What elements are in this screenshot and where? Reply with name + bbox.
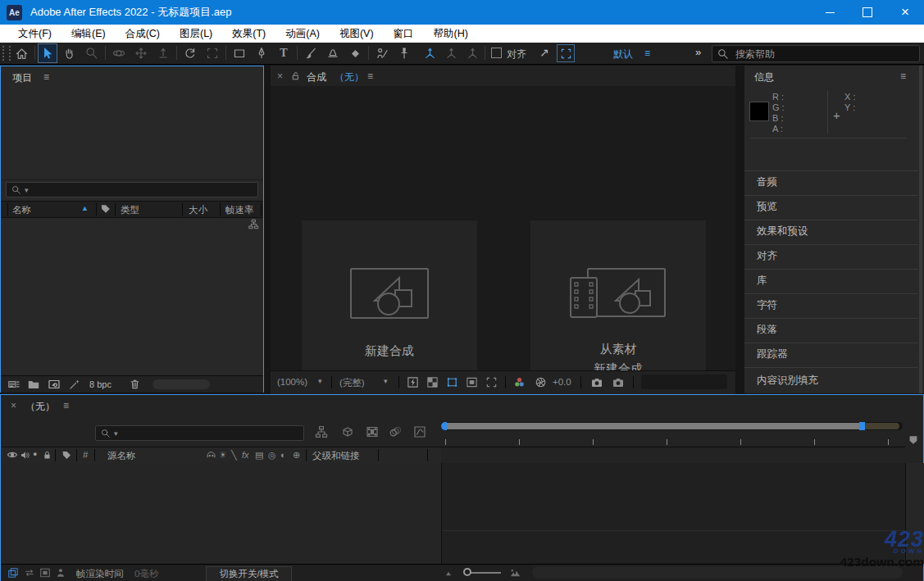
pen-tool[interactable] bbox=[252, 43, 271, 63]
project-item-list[interactable] bbox=[1, 217, 263, 375]
panel-resize-pill[interactable] bbox=[152, 379, 210, 389]
time-ruler[interactable] bbox=[441, 433, 905, 447]
label-tag-icon[interactable] bbox=[61, 450, 72, 461]
layer-number-column[interactable]: # bbox=[83, 450, 88, 460]
hand-tool[interactable] bbox=[60, 43, 80, 63]
comp-tab-value[interactable]: （无） bbox=[335, 70, 364, 84]
zoom-out-mountain-icon[interactable] bbox=[444, 569, 453, 579]
tab-project[interactable]: 项目 bbox=[12, 71, 32, 85]
solo-icon[interactable]: ● bbox=[33, 450, 37, 458]
help-search-input[interactable] bbox=[734, 48, 901, 61]
frame-blending-icon[interactable] bbox=[366, 425, 379, 438]
orbit-camera-tool[interactable] bbox=[109, 43, 129, 63]
menu-item-file[interactable]: 文件(F) bbox=[8, 25, 61, 43]
dolly-camera-tool[interactable] bbox=[153, 43, 173, 63]
type-tool[interactable]: T bbox=[274, 43, 294, 63]
menu-item-window[interactable]: 窗口 bbox=[384, 25, 424, 43]
workspace-label[interactable]: 默认 bbox=[613, 48, 633, 61]
show-snapshot-icon[interactable] bbox=[612, 376, 625, 389]
comp-marker-bin-icon[interactable] bbox=[908, 434, 919, 446]
graph-editor-icon[interactable] bbox=[413, 425, 426, 438]
trash-icon[interactable] bbox=[129, 378, 141, 390]
timeline-search-box[interactable]: ▾ bbox=[95, 425, 304, 441]
effects-wand-icon[interactable] bbox=[68, 378, 81, 391]
minimize-button[interactable] bbox=[811, 0, 849, 25]
world-axis-mode-button[interactable] bbox=[441, 43, 461, 63]
share-person-icon[interactable] bbox=[55, 567, 66, 579]
brush-tool[interactable] bbox=[301, 43, 321, 63]
video-eye-icon[interactable] bbox=[7, 449, 18, 461]
close-button[interactable]: × bbox=[886, 0, 924, 25]
timeline-horizontal-scrollbar[interactable] bbox=[532, 566, 903, 579]
rotation-tool[interactable] bbox=[180, 43, 200, 63]
home-button[interactable] bbox=[11, 43, 31, 63]
capture-region-button[interactable] bbox=[557, 44, 575, 62]
column-type[interactable]: 类型 bbox=[121, 204, 139, 216]
side-panel-paragraph[interactable]: 段落 bbox=[744, 318, 918, 340]
snapshot-camera-icon[interactable] bbox=[590, 376, 603, 389]
menu-item-view[interactable]: 视图(V) bbox=[330, 25, 384, 43]
comp-panel-menu-icon[interactable]: ≡ bbox=[367, 70, 373, 82]
zoom-level-dropdown[interactable]: (100%) bbox=[277, 377, 307, 387]
search-dropdown-icon[interactable]: ▾ bbox=[114, 429, 118, 438]
roto-brush-tool[interactable] bbox=[372, 43, 392, 63]
parent-link-column[interactable]: 父级和链接 bbox=[312, 450, 360, 462]
channel-color-icon[interactable] bbox=[513, 376, 526, 388]
view-axis-mode-button[interactable] bbox=[462, 43, 482, 63]
eraser-tool[interactable] bbox=[345, 43, 365, 63]
timeline-panel-menu-icon[interactable]: ≡ bbox=[63, 400, 69, 411]
workspace-overflow-icon[interactable]: » bbox=[695, 46, 701, 58]
clone-stamp-tool[interactable] bbox=[323, 43, 343, 63]
expand-in-out-icon[interactable] bbox=[39, 567, 51, 579]
exposure-value[interactable]: +0.0 bbox=[553, 377, 571, 387]
project-search-box[interactable]: ▾ bbox=[6, 182, 258, 197]
search-dropdown-icon[interactable]: ▾ bbox=[25, 186, 29, 194]
menu-item-animation[interactable]: 动画(A) bbox=[275, 25, 330, 43]
grid-guides-icon[interactable] bbox=[485, 376, 498, 388]
adjustment-layer-icon[interactable]: ◐ bbox=[280, 450, 286, 460]
timeline-tab[interactable]: （无） bbox=[25, 400, 55, 414]
timeline-zoom-slider-knob[interactable] bbox=[463, 568, 471, 576]
maximize-button[interactable] bbox=[849, 0, 886, 25]
project-panel-menu-icon[interactable]: ≡ bbox=[43, 71, 49, 83]
panel-grip[interactable] bbox=[2, 46, 11, 61]
zoom-tool[interactable] bbox=[82, 43, 102, 63]
camera-tool[interactable] bbox=[203, 43, 222, 63]
menu-item-layer[interactable]: 图层(L) bbox=[170, 25, 222, 43]
new-composition-icon[interactable] bbox=[48, 378, 61, 391]
side-panel-preview[interactable]: 预览 bbox=[744, 195, 918, 217]
transparency-grid-icon[interactable] bbox=[426, 376, 439, 388]
side-panel-audio[interactable]: 音频 bbox=[744, 170, 918, 193]
expand-layer-switches-icon[interactable] bbox=[7, 567, 19, 579]
sort-ascending-icon[interactable]: ▲ bbox=[81, 204, 89, 212]
timeline-vertical-scrollbar[interactable] bbox=[905, 463, 924, 564]
timeline-tab-close-icon[interactable]: × bbox=[11, 400, 16, 411]
menu-item-composition[interactable]: 合成(C) bbox=[116, 25, 170, 43]
exposure-aperture-icon[interactable] bbox=[535, 376, 547, 388]
layer-list-area[interactable] bbox=[1, 463, 441, 564]
collapse-sun-icon[interactable]: ☀ bbox=[219, 450, 227, 461]
workspace-menu-icon[interactable]: ≡ bbox=[644, 48, 650, 59]
puppet-pin-tool[interactable] bbox=[394, 43, 414, 63]
three-d-layer-icon[interactable]: ⊕ bbox=[293, 450, 300, 461]
side-panel-align[interactable]: 对齐 bbox=[744, 244, 918, 266]
expand-transfer-controls-icon[interactable] bbox=[24, 567, 35, 579]
bit-depth-button[interactable]: 8 bpc bbox=[89, 379, 112, 389]
draft-3d-icon[interactable] bbox=[341, 425, 354, 438]
selection-tool[interactable] bbox=[38, 43, 57, 63]
tab-composition[interactable]: 合成 bbox=[307, 70, 326, 84]
effects-fx-icon[interactable]: fx bbox=[242, 450, 249, 460]
side-panel-character[interactable]: 字符 bbox=[744, 293, 918, 315]
quality-pencil-icon[interactable]: ╲ bbox=[231, 450, 237, 461]
source-name-column[interactable]: 源名称 bbox=[107, 450, 136, 462]
flowchart-icon[interactable] bbox=[248, 219, 259, 229]
pickwhip-arrow-icon[interactable]: ↗ bbox=[539, 46, 549, 59]
time-navigator-start-handle[interactable] bbox=[441, 422, 447, 430]
audio-speaker-icon[interactable] bbox=[20, 450, 30, 461]
lock-open-icon[interactable] bbox=[290, 70, 301, 81]
comp-mini-flowchart-icon[interactable] bbox=[315, 425, 328, 438]
column-framerate[interactable]: 帧速率 bbox=[225, 204, 254, 216]
side-panel-effects-presets[interactable]: 效果和预设 bbox=[744, 220, 918, 242]
shape-tool[interactable] bbox=[230, 43, 249, 63]
resolution-dropdown[interactable]: (完整) bbox=[339, 377, 365, 389]
